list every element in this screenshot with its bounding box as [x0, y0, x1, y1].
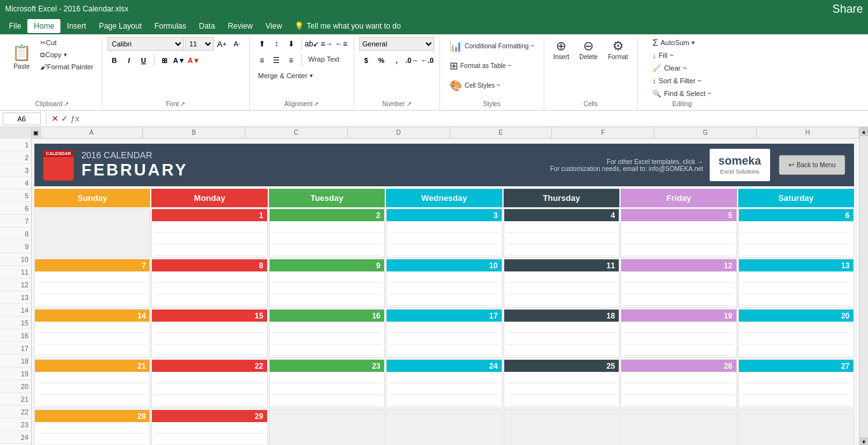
text-direction-button[interactable]: ab↙	[305, 37, 319, 51]
fill-color-button[interactable]: A▼	[172, 53, 186, 67]
calendar-cell[interactable]: 26	[621, 359, 736, 408]
calendar-cell[interactable]: 29	[151, 409, 267, 445]
number-format-select[interactable]: General	[359, 37, 434, 51]
calendar-cell[interactable]	[504, 409, 619, 445]
decrease-decimal-button[interactable]: ←.0	[420, 53, 434, 67]
percent-button[interactable]: %	[375, 53, 389, 67]
menu-tell-me[interactable]: 💡 Tell me what you want to do	[288, 19, 407, 33]
font-expand-icon[interactable]: ↗	[180, 100, 185, 107]
calendar-cell[interactable]: 13	[738, 259, 854, 308]
menu-formulas[interactable]: Formulas	[148, 19, 193, 33]
align-middle-button[interactable]: ↕	[270, 37, 284, 51]
format-painter-button[interactable]: 🖌 Format Painter	[37, 61, 97, 72]
calendar-cell[interactable]	[386, 409, 502, 445]
align-right-button[interactable]: ≡	[284, 53, 298, 67]
cancel-formula-icon[interactable]: ✕	[52, 114, 59, 123]
share-btn[interactable]: Share	[832, 3, 863, 16]
calendar-cell[interactable]: 6	[738, 209, 854, 257]
align-bottom-button[interactable]: ⬇	[284, 37, 298, 51]
autosum-button[interactable]: Σ AutoSum ▼	[649, 37, 699, 48]
sort-filter-button[interactable]: ↕ Sort & Filter ~	[649, 75, 705, 86]
number-expand-icon[interactable]: ↗	[406, 100, 411, 107]
insert-function-icon[interactable]: ƒx	[71, 114, 79, 123]
wrap-text-button[interactable]: Wrap Text	[305, 53, 343, 65]
align-center-button[interactable]: ☰	[270, 53, 284, 67]
calendar-cell[interactable]: 5	[621, 209, 736, 257]
calendar-cell[interactable]	[621, 409, 736, 445]
calendar-cell[interactable]	[738, 409, 854, 445]
calendar-cell[interactable]	[34, 209, 150, 257]
calendar-cell[interactable]: 16	[269, 309, 385, 358]
calendar-cell[interactable]: 2	[269, 209, 385, 257]
calendar-cell[interactable]: 21	[34, 359, 150, 408]
italic-button[interactable]: I	[122, 53, 136, 67]
calendar-cell[interactable]: 9	[269, 259, 385, 308]
cut-button[interactable]: ✂ Cut	[37, 37, 97, 48]
menu-view[interactable]: View	[259, 19, 289, 33]
find-select-button[interactable]: 🔍 Find & Select ~	[649, 88, 715, 99]
menu-insert[interactable]: Insert	[60, 19, 92, 33]
increase-decimal-button[interactable]: .0→	[405, 53, 419, 67]
calendar-cell[interactable]: 24	[386, 359, 502, 408]
menu-home[interactable]: Home	[27, 19, 60, 33]
comma-button[interactable]: ,	[390, 53, 404, 67]
decrease-font-button[interactable]: A-	[230, 37, 244, 51]
font-size-select[interactable]: 11	[185, 37, 214, 51]
calendar-cell[interactable]: 12	[621, 259, 736, 308]
calendar-cell[interactable]: 25	[504, 359, 619, 408]
vertical-scrollbar[interactable]: ▲ ▼	[859, 127, 868, 445]
calendar-cell[interactable]: 1	[151, 209, 267, 257]
increase-font-button[interactable]: A+	[215, 37, 229, 51]
borders-button[interactable]: ⊞	[158, 53, 172, 67]
accounting-button[interactable]: $	[359, 53, 373, 67]
outdent-button[interactable]: ←≡	[334, 37, 348, 51]
format-cells-button[interactable]: ⚙ Format	[604, 37, 632, 63]
calendar-cell[interactable]: 19	[621, 309, 736, 358]
calendar-grid[interactable]: 1234567891011121314151617181920212223242…	[34, 209, 854, 445]
conditional-formatting-button[interactable]: 📊 Conditional Formatting ~	[445, 37, 539, 55]
format-as-table-button[interactable]: ⊞ Format as Table ~	[445, 57, 516, 75]
font-color-button[interactable]: A▼	[187, 53, 201, 67]
menu-review[interactable]: Review	[221, 19, 259, 33]
calendar-cell[interactable]: 15	[151, 309, 267, 358]
confirm-formula-icon[interactable]: ✓	[61, 114, 68, 123]
calendar-cell[interactable]: 11	[504, 259, 619, 308]
calendar-cell[interactable]: 14	[34, 309, 150, 358]
calendar-cell[interactable]: 27	[738, 359, 854, 408]
scroll-down-button[interactable]: ▼	[860, 437, 868, 445]
clipboard-expand-icon[interactable]: ↗	[64, 100, 69, 107]
calendar-cell[interactable]: 8	[151, 259, 267, 308]
scroll-up-button[interactable]: ▲	[860, 127, 868, 136]
alignment-expand-icon[interactable]: ↗	[313, 100, 319, 107]
align-top-button[interactable]: ⬆	[255, 37, 269, 51]
main-content[interactable]: ▣ A B C D E F G H CALENDAR	[32, 127, 859, 445]
menu-file[interactable]: File	[3, 19, 27, 33]
menu-page-layout[interactable]: Page Layout	[92, 19, 148, 33]
align-left-button[interactable]: ≡	[255, 53, 269, 67]
calendar-cell[interactable]: 10	[386, 259, 502, 308]
bold-button[interactable]: B	[107, 53, 121, 67]
delete-cells-button[interactable]: ⊖ Delete	[575, 37, 602, 63]
calendar-cell[interactable]: 4	[504, 209, 619, 257]
indent-button[interactable]: ≡→	[320, 37, 334, 51]
paste-button[interactable]: 📋 Paste	[8, 37, 36, 78]
copy-button[interactable]: ⧉ Copy ▼	[37, 49, 97, 60]
formula-input[interactable]	[82, 113, 865, 125]
calendar-cell[interactable]: 17	[386, 309, 502, 358]
calendar-cell[interactable]	[269, 409, 385, 445]
menu-data[interactable]: Data	[193, 19, 221, 33]
cell-styles-button[interactable]: 🎨 Cell Styles ~	[445, 76, 505, 95]
merge-center-button[interactable]: Merge & Center ▼	[255, 70, 317, 81]
calendar-cell[interactable]: 20	[738, 309, 854, 358]
underline-button[interactable]: U	[137, 53, 151, 67]
calendar-cell[interactable]: 3	[386, 209, 502, 257]
calendar-cell[interactable]: 28	[34, 409, 150, 445]
fill-button[interactable]: ↓ Fill ~	[649, 50, 677, 61]
calendar-cell[interactable]: 18	[504, 309, 619, 358]
back-to-menu-button[interactable]: ↩ Back to Menu	[779, 155, 845, 175]
cell-reference[interactable]	[3, 113, 41, 125]
clear-button[interactable]: 🧹 Clear ~	[649, 62, 690, 74]
calendar-cell[interactable]: 22	[151, 359, 267, 408]
font-name-select[interactable]: Calibri	[107, 37, 184, 51]
calendar-cell[interactable]: 23	[269, 359, 385, 408]
